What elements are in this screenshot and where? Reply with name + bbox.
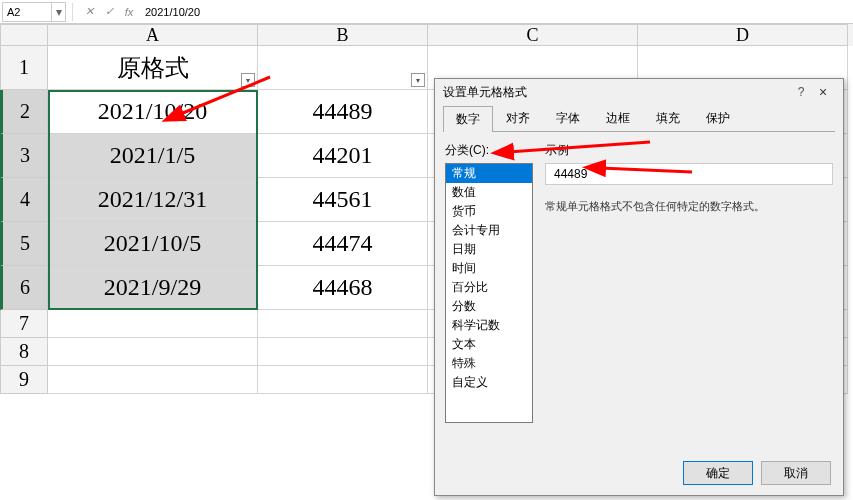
category-item[interactable]: 货币 <box>446 202 532 221</box>
formula-content[interactable]: 2021/10/20 <box>139 6 853 18</box>
cell[interactable]: 44561 <box>258 178 428 222</box>
category-item[interactable]: 数值 <box>446 183 532 202</box>
cell[interactable]: 2021/9/29 <box>48 266 258 310</box>
cell[interactable]: 44468 <box>258 266 428 310</box>
col-header-D[interactable]: D <box>638 24 848 46</box>
select-all-corner[interactable] <box>0 24 48 46</box>
name-box-dropdown[interactable]: ▾ <box>52 2 66 22</box>
cell[interactable]: 44489 <box>258 90 428 134</box>
cell[interactable] <box>48 366 258 394</box>
dialog-title: 设置单元格格式 <box>443 84 791 101</box>
category-item[interactable]: 常规 <box>446 164 532 183</box>
row-header[interactable]: 9 <box>0 366 48 394</box>
row-header[interactable]: 2 <box>0 90 48 134</box>
cell[interactable]: 2021/12/31 <box>48 178 258 222</box>
name-box[interactable]: A2 <box>2 2 52 22</box>
cell[interactable] <box>258 310 428 338</box>
ok-button[interactable]: 确定 <box>683 461 753 485</box>
row-header[interactable]: 7 <box>0 310 48 338</box>
category-item[interactable]: 文本 <box>446 335 532 354</box>
cell[interactable]: 原格式▾ <box>48 46 258 90</box>
cell[interactable]: 2021/1/5 <box>48 134 258 178</box>
category-item[interactable]: 分数 <box>446 297 532 316</box>
category-item[interactable]: 百分比 <box>446 278 532 297</box>
cancel-icon[interactable]: ✕ <box>81 4 97 20</box>
check-icon[interactable]: ✓ <box>101 4 117 20</box>
fx-icon[interactable]: fx <box>121 4 137 20</box>
tab[interactable]: 数字 <box>443 106 493 132</box>
cell[interactable]: 2021/10/5 <box>48 222 258 266</box>
row-header[interactable]: 6 <box>0 266 48 310</box>
filter-dropdown-icon[interactable]: ▾ <box>241 73 255 87</box>
category-list[interactable]: 常规数值货币会计专用日期时间百分比分数科学记数文本特殊自定义 <box>445 163 533 423</box>
category-item[interactable]: 特殊 <box>446 354 532 373</box>
col-header-B[interactable]: B <box>258 24 428 46</box>
row-header[interactable]: 3 <box>0 134 48 178</box>
cell[interactable] <box>258 366 428 394</box>
tab[interactable]: 对齐 <box>493 105 543 131</box>
category-item[interactable]: 科学记数 <box>446 316 532 335</box>
tab[interactable]: 字体 <box>543 105 593 131</box>
col-header-A[interactable]: A <box>48 24 258 46</box>
help-button[interactable]: ? <box>791 85 811 99</box>
category-item[interactable]: 自定义 <box>446 373 532 392</box>
cell[interactable]: 2021/10/20 <box>48 90 258 134</box>
row-header[interactable]: 8 <box>0 338 48 366</box>
category-item[interactable]: 日期 <box>446 240 532 259</box>
tab[interactable]: 边框 <box>593 105 643 131</box>
row-header[interactable]: 1 <box>0 46 48 90</box>
category-item[interactable]: 会计专用 <box>446 221 532 240</box>
sample-value: 44489 <box>545 163 833 185</box>
format-cells-dialog: 设置单元格格式 ? × 数字对齐字体边框填充保护 分类(C): 常规数值货币会计… <box>434 78 844 496</box>
tab[interactable]: 填充 <box>643 105 693 131</box>
cell[interactable]: ▾ <box>258 46 428 90</box>
formula-bar: A2 ▾ ✕ ✓ fx 2021/10/20 <box>0 0 853 24</box>
sample-label: 示例 <box>545 142 833 159</box>
close-button[interactable]: × <box>811 84 835 100</box>
format-description: 常规单元格格式不包含任何特定的数字格式。 <box>545 199 833 214</box>
row-header[interactable]: 4 <box>0 178 48 222</box>
row-header[interactable]: 5 <box>0 222 48 266</box>
dialog-tabs: 数字对齐字体边框填充保护 <box>443 105 835 132</box>
filter-dropdown-icon[interactable]: ▾ <box>411 73 425 87</box>
col-header-C[interactable]: C <box>428 24 638 46</box>
cell[interactable] <box>48 338 258 366</box>
cell[interactable]: 44474 <box>258 222 428 266</box>
category-label: 分类(C): <box>445 142 533 159</box>
cancel-button[interactable]: 取消 <box>761 461 831 485</box>
category-item[interactable]: 时间 <box>446 259 532 278</box>
cell[interactable]: 44201 <box>258 134 428 178</box>
cell[interactable] <box>258 338 428 366</box>
tab[interactable]: 保护 <box>693 105 743 131</box>
cell[interactable] <box>48 310 258 338</box>
